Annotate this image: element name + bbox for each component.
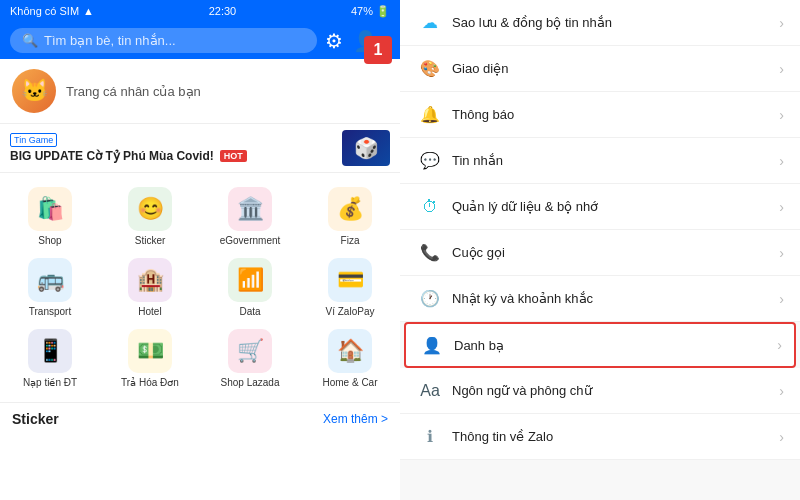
app-icon-7: 💳 — [328, 258, 372, 302]
app-item-egovernment[interactable]: 🏛️eGovernment — [200, 181, 300, 252]
app-icon-8: 📱 — [28, 329, 72, 373]
menu-icon-data: ⏱ — [416, 198, 444, 216]
avatar-emoji: 🐱 — [21, 78, 48, 104]
app-label-7: Ví ZaloPay — [326, 306, 375, 317]
app-label-1: Sticker — [135, 235, 166, 246]
app-icon-2: 🏛️ — [228, 187, 272, 231]
menu-icon-backup: ☁ — [416, 13, 444, 32]
app-icon-10: 🛒 — [228, 329, 272, 373]
app-label-10: Shop Lazada — [221, 377, 280, 388]
menu-text-notification: Thông báo — [452, 107, 779, 122]
menu-chevron-calls: › — [779, 245, 784, 261]
menu-item-language[interactable]: AaNgôn ngữ và phông chữ› — [400, 368, 800, 414]
banner-img-emoji: 🎲 — [354, 136, 379, 160]
app-label-6: Data — [239, 306, 260, 317]
menu-icon-diary: 🕐 — [416, 289, 444, 308]
right-panel: ☁Sao lưu & đồng bộ tin nhắn›🎨Giao diện›🔔… — [400, 0, 800, 500]
app-icon-6: 📶 — [228, 258, 272, 302]
menu-icon-theme: 🎨 — [416, 59, 444, 78]
app-item-shop-lazada[interactable]: 🛒Shop Lazada — [200, 323, 300, 394]
menu-icon-messages: 💬 — [416, 151, 444, 170]
menu-icon-notification: 🔔 — [416, 105, 444, 124]
app-item-ví-zalopay[interactable]: 💳Ví ZaloPay — [300, 252, 400, 323]
menu-chevron-about: › — [779, 429, 784, 445]
menu-text-backup: Sao lưu & đồng bộ tin nhắn — [452, 15, 779, 30]
app-item-home-&-car[interactable]: 🏠Home & Car — [300, 323, 400, 394]
menu-chevron-notification: › — [779, 107, 784, 123]
menu-chevron-messages: › — [779, 153, 784, 169]
menu-chevron-contacts: › — [777, 337, 782, 353]
app-icon-5: 🏨 — [128, 258, 172, 302]
app-item-sticker[interactable]: 😊Sticker — [100, 181, 200, 252]
menu-chevron-data: › — [779, 199, 784, 215]
banner-content: Tin Game BIG UPDATE Cờ Tỷ Phú Mùa Covid!… — [10, 133, 334, 163]
search-placeholder: Tìm bạn bè, tin nhắn... — [44, 33, 176, 48]
menu-chevron-language: › — [779, 383, 784, 399]
menu-icon-contacts: 👤 — [418, 336, 446, 355]
app-icon-9: 💵 — [128, 329, 172, 373]
menu-text-messages: Tin nhắn — [452, 153, 779, 168]
menu-text-data: Quản lý dữ liệu & bộ nhớ — [452, 199, 779, 214]
menu-item-backup[interactable]: ☁Sao lưu & đồng bộ tin nhắn› — [400, 0, 800, 46]
app-item-shop[interactable]: 🛍️Shop — [0, 181, 100, 252]
left-panel: Không có SIM ▲ 22:30 47% 🔋 🔍 Tìm bạn bè,… — [0, 0, 400, 500]
menu-item-calls[interactable]: 📞Cuộc gọi› — [400, 230, 800, 276]
menu-text-language: Ngôn ngữ và phông chữ — [452, 383, 779, 398]
menu-item-data[interactable]: ⏱Quản lý dữ liệu & bộ nhớ› — [400, 184, 800, 230]
app-label-11: Home & Car — [322, 377, 377, 388]
wifi-icon: ▲ — [83, 5, 94, 17]
menu-icon-language: Aa — [416, 382, 444, 400]
menu-item-theme[interactable]: 🎨Giao diện› — [400, 46, 800, 92]
app-item-nạp-tiền-đt[interactable]: 📱Nạp tiền ĐT — [0, 323, 100, 394]
menu-item-about[interactable]: ℹThông tin về Zalo› — [400, 414, 800, 460]
app-label-9: Trả Hóa Đơn — [121, 377, 179, 388]
app-icon-4: 🚌 — [28, 258, 72, 302]
menu-chevron-theme: › — [779, 61, 784, 77]
profile-text: Trang cá nhân của bạn — [66, 84, 201, 99]
profile-row[interactable]: 🐱 Trang cá nhân của bạn — [0, 59, 400, 124]
app-label-5: Hotel — [138, 306, 161, 317]
menu-chevron-backup: › — [779, 15, 784, 31]
app-item-trả-hóa-đơn[interactable]: 💵Trả Hóa Đơn — [100, 323, 200, 394]
hot-badge: HOT — [220, 150, 247, 162]
banner-title: BIG UPDATE Cờ Tỷ Phú Mùa Covid! — [10, 149, 214, 163]
step-1-badge: 1 — [364, 36, 392, 64]
menu-item-messages[interactable]: 💬Tin nhắn› — [400, 138, 800, 184]
app-item-fiza[interactable]: 💰Fiza — [300, 181, 400, 252]
menu-text-diary: Nhật ký và khoảnh khắc — [452, 291, 779, 306]
see-more-link[interactable]: Xem thêm > — [323, 412, 388, 426]
menu-text-about: Thông tin về Zalo — [452, 429, 779, 444]
settings-icon[interactable]: ⚙ — [325, 29, 343, 53]
app-icon-1: 😊 — [128, 187, 172, 231]
app-item-transport[interactable]: 🚌Transport — [0, 252, 100, 323]
menu-text-calls: Cuộc gọi — [452, 245, 779, 260]
menu-icon-calls: 📞 — [416, 243, 444, 262]
menu-item-notification[interactable]: 🔔Thông báo› — [400, 92, 800, 138]
carrier-text: Không có SIM — [10, 5, 79, 17]
status-right: 47% 🔋 — [351, 5, 390, 18]
app-label-2: eGovernment — [220, 235, 281, 246]
app-icon-3: 💰 — [328, 187, 372, 231]
app-item-hotel[interactable]: 🏨Hotel — [100, 252, 200, 323]
app-grid: 🛍️Shop😊Sticker🏛️eGovernment💰Fiza🚌Transpo… — [0, 173, 400, 403]
search-icon: 🔍 — [22, 33, 38, 48]
app-item-data[interactable]: 📶Data — [200, 252, 300, 323]
search-input-wrap[interactable]: 🔍 Tìm bạn bè, tin nhắn... — [10, 28, 317, 53]
banner[interactable]: Tin Game BIG UPDATE Cờ Tỷ Phú Mùa Covid!… — [0, 124, 400, 173]
sticker-row: Sticker Xem thêm > — [0, 403, 400, 435]
app-label-8: Nạp tiền ĐT — [23, 377, 77, 388]
status-left: Không có SIM ▲ — [10, 5, 94, 17]
status-bar: Không có SIM ▲ 22:30 47% 🔋 — [0, 0, 400, 22]
menu-text-theme: Giao diện — [452, 61, 779, 76]
app-label-3: Fiza — [341, 235, 360, 246]
menu-icon-about: ℹ — [416, 427, 444, 446]
menu-item-contacts[interactable]: 👤Danh bạ› — [404, 322, 796, 368]
banner-tag: Tin Game — [10, 133, 57, 147]
app-icon-11: 🏠 — [328, 329, 372, 373]
menu-chevron-diary: › — [779, 291, 784, 307]
search-bar: 🔍 Tìm bạn bè, tin nhắn... ⚙ 👤+ — [0, 22, 400, 59]
battery-text: 47% 🔋 — [351, 5, 390, 18]
app-icon-0: 🛍️ — [28, 187, 72, 231]
avatar: 🐱 — [12, 69, 56, 113]
menu-item-diary[interactable]: 🕐Nhật ký và khoảnh khắc› — [400, 276, 800, 322]
